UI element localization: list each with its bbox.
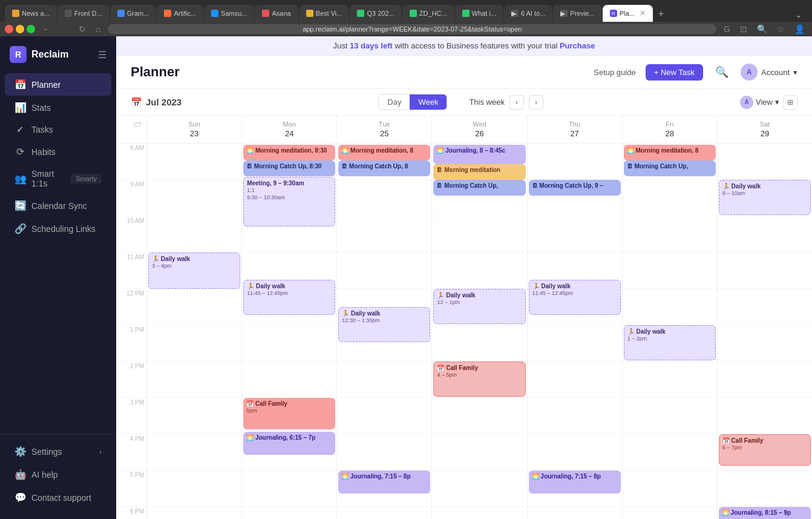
- event-callfamily-sat[interactable]: 📅 Call Family 6 – 7pm: [719, 434, 811, 466]
- browser-tab-art[interactable]: Artific...: [157, 5, 203, 22]
- sidebar-item-contactsupport[interactable]: 💬 Contact support: [5, 486, 111, 509]
- zoom-button[interactable]: 🔍: [755, 22, 770, 36]
- browser-tab-best[interactable]: Best Vi...: [299, 5, 350, 22]
- browser-tab-asana[interactable]: Asana: [255, 5, 298, 22]
- day-headers: CT Sun 23 Mon 24 Tue 25 Wed: [116, 116, 812, 144]
- address-input[interactable]: [108, 24, 716, 34]
- sidebar-item-smart11s[interactable]: 👥 Smart 1:1s Smarty: [5, 164, 111, 194]
- sidebar-item-schedulinglinks[interactable]: 🔗 Scheduling Links: [5, 217, 111, 240]
- search-button[interactable]: 🔍: [713, 63, 731, 81]
- refresh-button[interactable]: ↻: [76, 22, 88, 36]
- back-button[interactable]: ←: [40, 22, 53, 36]
- tab-favicon: R: [610, 10, 617, 17]
- event-journaling-mon[interactable]: 🌅 Journaling, 6:15 – 7p: [243, 432, 335, 455]
- new-task-button[interactable]: + New Task: [646, 64, 703, 81]
- window-minimize[interactable]: [16, 25, 24, 33]
- grid-view-button[interactable]: ⊞: [783, 95, 797, 110]
- day-col-sun23[interactable]: 🏃 Daily walk 3 – 4pm: [146, 144, 241, 519]
- calendar-container[interactable]: CT Sun 23 Mon 24 Tue 25 Wed: [116, 116, 812, 519]
- event-dailywalk-sun[interactable]: 🏃 Daily walk 3 – 4pm: [148, 253, 240, 289]
- browser-tab-gram[interactable]: Gram...: [110, 5, 157, 22]
- week-view-button[interactable]: Week: [410, 94, 447, 110]
- event-meeting-mon[interactable]: Meeting, 9 – 9:30am 1:1 9:30 – 10:30am: [243, 177, 335, 226]
- sidebar-item-stats[interactable]: 📊 Stats: [5, 96, 111, 119]
- setup-guide-button[interactable]: Setup guide: [594, 68, 635, 77]
- sidebar-item-habits[interactable]: ⟳ Habits: [5, 140, 111, 163]
- event-journaling-sat[interactable]: 🌅 Journaling, 8:15 – 9p: [719, 507, 811, 519]
- event-meditation-fri[interactable]: 🌅 Morning meditation, 8: [624, 145, 716, 160]
- window-close[interactable]: [5, 25, 13, 33]
- event-journaling-thu[interactable]: 🌅 Journaling, 7:15 – 8p: [529, 471, 621, 494]
- smarty-badge: Smarty: [71, 174, 102, 183]
- day-col-sat29[interactable]: 🏃 Daily walk 9 – 10am 📅 Call Family 6 – …: [717, 144, 812, 519]
- browser-tab-news[interactable]: News a...: [5, 5, 57, 22]
- sidebar-nav: 📅 Planner 📊 Stats ✓ Tasks ⟳ Habits 👥 Sma…: [0, 68, 116, 434]
- event-catchup-mon[interactable]: 🗓 Morning Catch Up, 8:30: [243, 160, 335, 176]
- event-catchup-thu[interactable]: 🗓 Morning Catch Up, 9 –: [529, 180, 621, 196]
- smart11s-icon: 👥: [15, 173, 25, 185]
- event-dailywalk-tue[interactable]: 🏃 Daily walk 12:30 – 1:30pm: [338, 307, 430, 342]
- day-col-wed26[interactable]: 🌅 Journaling, 8 – 8:45c 🗓 Morning medita…: [431, 144, 526, 519]
- browser-tab-preview[interactable]: ▶ Previe...: [553, 5, 601, 22]
- window-maximize[interactable]: [27, 25, 35, 33]
- address-bar: ← → ↻ ⌂ G ⊡ 🔍 ☆ 👤: [0, 22, 812, 36]
- day-col-tue25[interactable]: 🌅 Morning meditation, 8 🗓 Morning Catch …: [336, 144, 431, 519]
- browser-tab-front[interactable]: Front D...: [57, 5, 110, 22]
- sidebar-item-aihelp[interactable]: 🤖 AI help: [5, 463, 111, 486]
- day-col-fri28[interactable]: 🌅 Morning meditation, 8 🗓 Morning Catch …: [622, 144, 717, 519]
- event-journaling-tue[interactable]: 🌅 Journaling, 7:15 – 8p: [338, 471, 430, 494]
- day-header-fri: Fri 28: [622, 116, 717, 143]
- extensions-button[interactable]: ⊡: [738, 22, 750, 36]
- month-nav-button[interactable]: 📅 Jul 2023: [131, 97, 182, 108]
- browser-tab-zd[interactable]: ZD_HC...: [402, 5, 454, 22]
- browser-tab-planner[interactable]: R Pla... ✕: [603, 5, 653, 22]
- bookmark-button[interactable]: ☆: [774, 22, 787, 36]
- browser-tab-what[interactable]: What i...: [455, 5, 503, 22]
- search-google-button[interactable]: G: [721, 22, 733, 36]
- browser-tab-6ai[interactable]: ▶ 6 AI to...: [504, 5, 552, 22]
- day-col-thu27[interactable]: 🗓 Morning Catch Up, 9 – 🏃 Daily walk 11:…: [527, 144, 622, 519]
- tab-overflow-button[interactable]: ⌄: [790, 7, 807, 22]
- event-catchup-tue[interactable]: 🗓 Morning Catch Up, 8: [338, 160, 430, 176]
- day-col-mon24[interactable]: 🌅 Morning meditation, 8:30 🗓 Morning Cat…: [241, 144, 336, 519]
- sidebar-item-settings[interactable]: ⚙️ Settings ›: [5, 440, 111, 463]
- sidebar-toggle-button[interactable]: ☰: [98, 49, 106, 61]
- event-dailywalk-mon[interactable]: 🏃 Daily walk 11:45 – 12:45pm: [243, 280, 335, 315]
- sidebar-item-tasks[interactable]: ✓ Tasks: [5, 119, 111, 140]
- day-view-button[interactable]: Day: [379, 94, 410, 110]
- event-callfamily-wed[interactable]: 📅 Call Family 4 – 5pm: [433, 362, 525, 397]
- event-meditation-tue[interactable]: 🌅 Morning meditation, 8: [338, 145, 430, 160]
- event-meditation-mon[interactable]: 🌅 Morning meditation, 8:30: [243, 145, 335, 160]
- day-header-sat: Sat 29: [717, 116, 812, 143]
- home-button[interactable]: ⌂: [93, 22, 103, 36]
- event-dailywalk-fri[interactable]: 🏃 Daily walk 1 – 2pm: [624, 325, 716, 360]
- purchase-link[interactable]: Purchase: [560, 41, 595, 50]
- event-dailywalk-thu[interactable]: 🏃 Daily walk 11:45 – 12:45pm: [529, 280, 621, 315]
- sidebar-item-planner[interactable]: 📅 Planner: [5, 73, 111, 96]
- main-content: Just 13 days left with access to Busines…: [116, 36, 812, 519]
- event-dailywalk-wed[interactable]: 🏃 Daily walk 12 – 1pm: [433, 289, 525, 324]
- event-callfamily-mon[interactable]: 📅 Call Family 5pm: [243, 398, 335, 429]
- forward-button[interactable]: →: [58, 22, 71, 36]
- prev-week-button[interactable]: ‹: [509, 95, 524, 110]
- day-week-toggle: Day Week: [378, 94, 447, 110]
- tab-favicon: [65, 10, 72, 17]
- new-tab-button[interactable]: +: [653, 6, 669, 22]
- browser-tab-q3[interactable]: Q3 202...: [350, 5, 401, 22]
- day-header-sun: Sun 23: [146, 116, 241, 143]
- event-catchup-wed[interactable]: 🗓 Morning Catch Up,: [433, 180, 525, 196]
- next-week-button[interactable]: ›: [529, 95, 543, 110]
- tab-favicon: [306, 10, 313, 17]
- profile-button[interactable]: 👤: [792, 22, 807, 36]
- event-meditation-wed[interactable]: 🗓 Morning meditation: [433, 164, 525, 180]
- view-button[interactable]: A View ▾: [740, 96, 779, 109]
- account-button[interactable]: A Account ▾: [741, 64, 797, 81]
- view-controls: A View ▾ ⊞: [740, 95, 797, 110]
- browser-tab-samsung[interactable]: Samsu...: [204, 5, 254, 22]
- event-catchup-fri[interactable]: 🗓 Morning Catch Up,: [624, 160, 716, 176]
- planner-icon: 📅: [15, 79, 25, 90]
- event-journaling-wed-morning[interactable]: 🌅 Journaling, 8 – 8:45c: [433, 145, 525, 164]
- week-nav: This week ‹ ›: [469, 95, 543, 110]
- event-dailywalk-sat[interactable]: 🏃 Daily walk 9 – 10am: [719, 180, 811, 215]
- sidebar-item-calendarsync[interactable]: 🔄 Calendar Sync: [5, 194, 111, 217]
